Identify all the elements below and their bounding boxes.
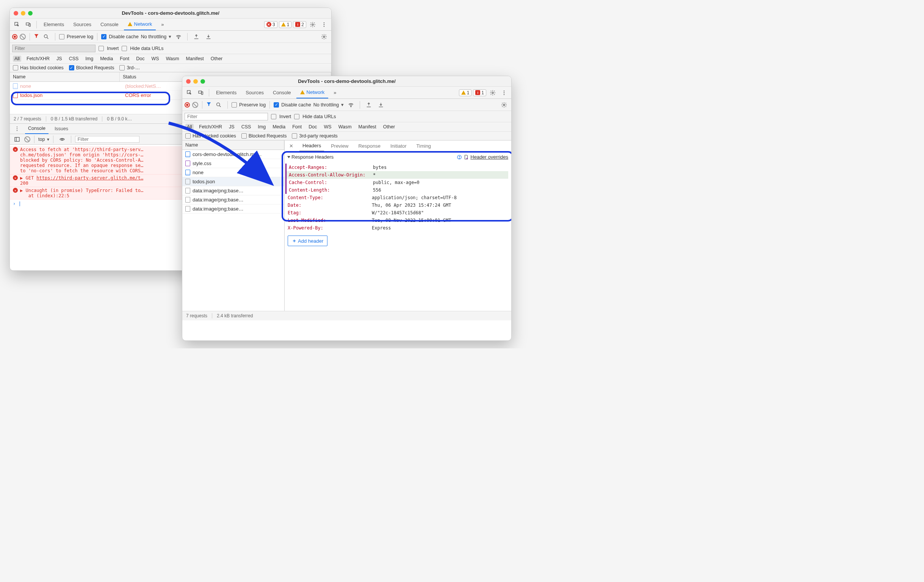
detail-tab-initiator[interactable]: Initiator [387,140,410,151]
gear-icon[interactable] [488,88,498,98]
chevron-down-icon[interactable]: ▾ [47,137,49,142]
device-toggle-icon[interactable] [196,88,206,98]
chip-font[interactable]: Font [118,56,131,62]
table-row[interactable]: data:image/png;base… [182,186,284,196]
clear-button[interactable] [20,34,26,40]
detail-tab-preview[interactable]: Preview [328,140,351,151]
chip-other[interactable]: Other [209,56,224,62]
table-row[interactable]: data:image/png;base… [182,204,284,214]
filter-icon[interactable] [34,33,39,40]
device-toggle-icon[interactable] [23,20,33,30]
console-filter-input[interactable] [75,136,139,143]
chip-js[interactable]: JS [55,56,64,62]
inspect-icon[interactable] [12,20,22,30]
fullscreen-icon[interactable] [28,11,33,15]
live-expression-icon[interactable] [57,135,67,144]
tab-console[interactable]: Console [269,87,295,99]
search-icon[interactable] [214,100,224,110]
kebab-icon[interactable] [12,124,22,134]
chip-ws[interactable]: WS [322,124,333,130]
record-button[interactable] [12,34,17,39]
invert-checkbox[interactable] [99,46,104,51]
chevron-down-icon[interactable]: ▾ [169,34,171,39]
tab-network[interactable]: Network [124,18,156,30]
disable-cache-checkbox[interactable] [101,34,107,39]
chevron-down-icon[interactable]: ▾ [341,102,344,107]
disable-cache-checkbox[interactable] [274,102,279,107]
wifi-icon[interactable] [346,100,356,110]
clear-console-icon[interactable] [24,136,30,142]
close-icon[interactable] [14,11,18,15]
chip-img[interactable]: Img [84,56,95,62]
gear-icon[interactable] [308,20,318,30]
fullscreen-icon[interactable] [200,79,205,84]
kebab-icon[interactable] [319,20,329,30]
kebab-icon[interactable] [499,88,509,98]
tab-network[interactable]: Network [296,87,328,99]
invert-checkbox[interactable] [271,114,276,119]
close-icon[interactable] [186,79,191,84]
blocked-requests-checkbox[interactable] [69,65,74,71]
tab-sources[interactable]: Sources [69,18,95,30]
chip-ws[interactable]: WS [150,56,160,62]
drawer-tab-console[interactable]: Console [25,124,48,134]
detail-tab-timing[interactable]: Timing [414,140,434,151]
detail-tab-headers[interactable]: Headers [299,140,324,151]
chip-doc[interactable]: Doc [307,124,318,130]
sidebar-toggle-icon[interactable] [12,135,22,144]
third-party-checkbox[interactable] [292,133,297,138]
chip-font[interactable]: Font [291,124,303,130]
inspect-icon[interactable] [185,88,195,98]
warnings-badge[interactable]: 1 [279,21,292,28]
url-link[interactable]: https://third-party-server.glitch.me/t… [36,175,143,181]
chip-fetch-xhr[interactable]: Fetch/XHR [25,56,51,62]
col-name[interactable]: Name [10,72,120,81]
drawer-tab-issues[interactable]: Issues [51,124,71,134]
record-button[interactable] [185,102,190,107]
hide-data-urls-checkbox[interactable] [294,114,299,119]
clear-button[interactable] [192,102,198,108]
preserve-log-checkbox[interactable] [59,34,64,39]
third-party-checkbox[interactable] [119,65,125,71]
search-icon[interactable] [41,32,51,42]
download-icon[interactable] [376,100,386,110]
chip-all[interactable]: All [13,56,21,62]
add-header-button[interactable]: ＋Add header [288,235,327,246]
tab-elements[interactable]: Elements [212,87,240,99]
chip-media[interactable]: Media [99,56,114,62]
blocked-cookies-checkbox[interactable] [13,65,18,71]
issues-badge[interactable]: !2 [293,21,306,28]
gear-icon[interactable] [319,32,329,42]
chip-wasm[interactable]: Wasm [337,124,353,130]
hide-data-urls-checkbox[interactable] [122,46,127,51]
chip-manifest[interactable]: Manifest [185,56,205,62]
minimize-icon[interactable] [21,11,25,15]
warnings-badge[interactable]: 1 [459,89,472,96]
filter-icon[interactable] [206,102,211,108]
throttling-select[interactable]: No throttling [141,34,167,39]
tab-sources[interactable]: Sources [242,87,267,99]
chip-doc[interactable]: Doc [135,56,146,62]
header-row[interactable]: X-Powered-By:Express [288,224,508,232]
tabs-overflow[interactable]: » [330,87,340,99]
issues-badge[interactable]: !1 [473,89,486,96]
filter-input[interactable] [12,45,96,52]
wifi-icon[interactable] [173,32,183,42]
throttling-select[interactable]: No throttling [314,102,339,107]
tab-elements[interactable]: Elements [40,18,68,30]
gear-icon[interactable] [499,100,509,110]
context-selector[interactable]: top [38,137,45,142]
minimize-icon[interactable] [193,79,198,84]
errors-badge[interactable]: ✕3 [264,21,277,28]
chip-manifest[interactable]: Manifest [357,124,378,130]
close-icon[interactable]: ✕ [287,143,295,149]
upload-icon[interactable] [191,32,201,42]
chip-other[interactable]: Other [382,124,396,130]
upload-icon[interactable] [364,100,374,110]
chip-wasm[interactable]: Wasm [165,56,181,62]
table-row[interactable]: data:image/png;base… [182,196,284,204]
preserve-log-checkbox[interactable] [231,102,237,107]
detail-tab-response[interactable]: Response [355,140,384,151]
tab-console[interactable]: Console [97,18,122,30]
download-icon[interactable] [203,32,213,42]
